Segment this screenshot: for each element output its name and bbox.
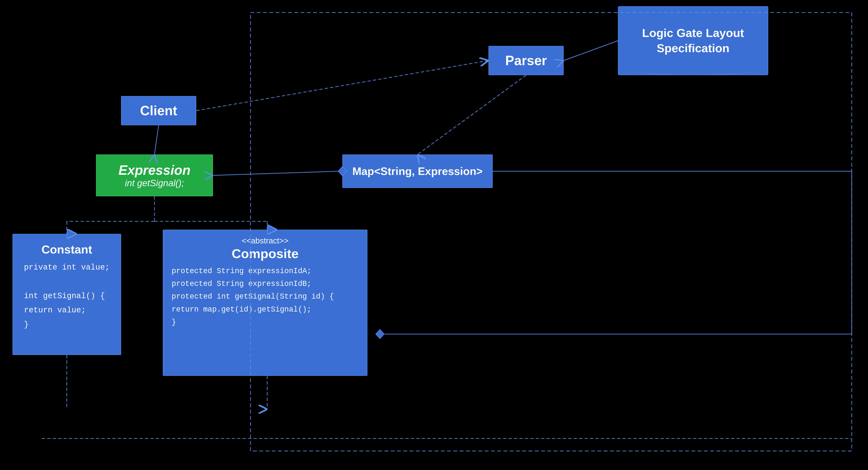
diagram-container: Logic Gate Layout Specification Parser C… (0, 0, 868, 470)
expression-node: Expression int getSignal(); (96, 155, 213, 196)
logic-gate-spec-label: Logic Gate Layout Specification (642, 26, 744, 56)
constant-title: Constant (41, 243, 92, 256)
logic-gate-spec-node: Logic Gate Layout Specification (618, 6, 768, 75)
parser-node: Parser (489, 46, 564, 75)
composite-map-diamond (376, 330, 384, 339)
expression-subtitle: int getSignal(); (125, 178, 184, 188)
composite-node: <<abstract>> Composite protected String … (163, 230, 367, 376)
client-to-expression-line (154, 125, 159, 155)
constant-code: private int value; int getSignal() { ret… (24, 260, 110, 332)
map-to-expression-line (213, 171, 338, 176)
client-to-parser-dashed (196, 61, 489, 111)
map-node: Map<String, Expression> (342, 155, 493, 188)
map-label: Map<String, Expression> (352, 165, 483, 178)
logic-gate-to-parser-line (564, 41, 618, 61)
expression-title: Expression (118, 162, 190, 178)
client-label: Client (140, 103, 177, 118)
parser-label: Parser (505, 53, 547, 68)
composite-abstract-label: <<abstract>> (242, 237, 288, 245)
composite-code: protected String expressionIdA; protecte… (172, 265, 359, 328)
client-node: Client (121, 96, 196, 125)
composite-title: Composite (232, 246, 299, 261)
parser-to-map-dashed (417, 75, 526, 155)
constant-node: Constant private int value; int getSigna… (12, 234, 121, 355)
